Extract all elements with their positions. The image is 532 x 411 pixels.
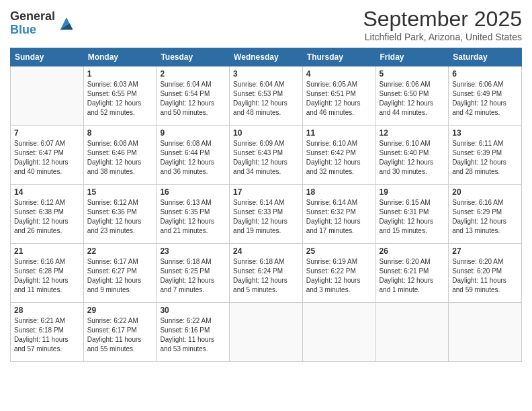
day-info: Sunrise: 6:12 AMSunset: 6:36 PMDaylight:… [87, 198, 153, 236]
day-number: 29 [87, 306, 153, 315]
calendar-cell: 5Sunrise: 6:06 AMSunset: 6:50 PMDaylight… [375, 66, 449, 126]
day-info: Sunrise: 6:21 AMSunset: 6:18 PMDaylight:… [14, 316, 80, 354]
week-row-5: 28Sunrise: 6:21 AMSunset: 6:18 PMDayligh… [11, 303, 522, 362]
calendar-cell: 9Sunrise: 6:08 AMSunset: 6:44 PMDaylight… [157, 126, 230, 185]
calendar-cell: 21Sunrise: 6:16 AMSunset: 6:28 PMDayligh… [11, 244, 84, 303]
calendar-cell [302, 303, 375, 362]
day-info: Sunrise: 6:19 AMSunset: 6:22 PMDaylight:… [306, 257, 372, 295]
day-number: 22 [87, 246, 153, 256]
calendar-cell: 18Sunrise: 6:14 AMSunset: 6:32 PMDayligh… [302, 185, 375, 244]
day-info: Sunrise: 6:14 AMSunset: 6:33 PMDaylight:… [233, 198, 299, 236]
calendar-cell: 30Sunrise: 6:22 AMSunset: 6:16 PMDayligh… [157, 303, 230, 362]
day-number: 5 [380, 69, 445, 79]
day-header-saturday: Saturday [449, 48, 522, 66]
day-info: Sunrise: 6:11 AMSunset: 6:39 PMDaylight:… [452, 139, 518, 177]
calendar-cell: 13Sunrise: 6:11 AMSunset: 6:39 PMDayligh… [449, 126, 522, 185]
day-info: Sunrise: 6:14 AMSunset: 6:32 PMDaylight:… [306, 198, 372, 236]
calendar-cell: 11Sunrise: 6:10 AMSunset: 6:42 PMDayligh… [302, 126, 375, 185]
day-number: 7 [14, 128, 80, 138]
calendar-cell: 3Sunrise: 6:04 AMSunset: 6:53 PMDaylight… [230, 66, 303, 126]
day-number: 28 [14, 306, 80, 315]
title-area: September 2025 Litchfield Park, Arizona,… [363, 7, 522, 42]
day-info: Sunrise: 6:18 AMSunset: 6:25 PMDaylight:… [160, 257, 226, 295]
calendar-cell: 12Sunrise: 6:10 AMSunset: 6:40 PMDayligh… [375, 126, 449, 185]
calendar-cell: 8Sunrise: 6:08 AMSunset: 6:46 PMDaylight… [83, 126, 157, 185]
day-number: 27 [452, 246, 518, 256]
day-number: 16 [160, 187, 226, 197]
week-row-1: 1Sunrise: 6:03 AMSunset: 6:55 PMDaylight… [11, 66, 522, 126]
day-number: 25 [306, 246, 372, 256]
day-info: Sunrise: 6:15 AMSunset: 6:31 PMDaylight:… [380, 198, 445, 236]
day-number: 9 [160, 128, 226, 138]
calendar-cell: 2Sunrise: 6:04 AMSunset: 6:54 PMDaylight… [157, 66, 230, 126]
day-info: Sunrise: 6:22 AMSunset: 6:17 PMDaylight:… [87, 316, 153, 354]
day-info: Sunrise: 6:08 AMSunset: 6:44 PMDaylight:… [160, 139, 226, 177]
day-info: Sunrise: 6:03 AMSunset: 6:55 PMDaylight:… [87, 80, 153, 118]
calendar-cell [449, 303, 522, 362]
calendar-cell: 25Sunrise: 6:19 AMSunset: 6:22 PMDayligh… [302, 244, 375, 303]
day-info: Sunrise: 6:17 AMSunset: 6:27 PMDaylight:… [87, 257, 153, 295]
day-number: 4 [306, 69, 372, 79]
day-info: Sunrise: 6:13 AMSunset: 6:35 PMDaylight:… [160, 198, 226, 236]
calendar-cell: 19Sunrise: 6:15 AMSunset: 6:31 PMDayligh… [375, 185, 449, 244]
calendar-cell: 14Sunrise: 6:12 AMSunset: 6:38 PMDayligh… [11, 185, 84, 244]
day-header-wednesday: Wednesday [230, 48, 303, 66]
day-number: 10 [233, 128, 299, 138]
day-header-monday: Monday [83, 48, 157, 66]
calendar-cell [375, 303, 449, 362]
day-info: Sunrise: 6:10 AMSunset: 6:42 PMDaylight:… [306, 139, 372, 177]
calendar-cell: 29Sunrise: 6:22 AMSunset: 6:17 PMDayligh… [83, 303, 157, 362]
calendar-cell: 23Sunrise: 6:18 AMSunset: 6:25 PMDayligh… [157, 244, 230, 303]
day-number: 24 [233, 246, 299, 256]
day-number: 3 [233, 69, 299, 79]
calendar-cell: 4Sunrise: 6:05 AMSunset: 6:51 PMDaylight… [302, 66, 375, 126]
week-row-3: 14Sunrise: 6:12 AMSunset: 6:38 PMDayligh… [11, 185, 522, 244]
day-number: 19 [380, 187, 445, 197]
day-number: 14 [14, 187, 80, 197]
day-number: 26 [380, 246, 445, 256]
day-header-friday: Friday [375, 48, 449, 66]
calendar-cell: 6Sunrise: 6:06 AMSunset: 6:49 PMDaylight… [449, 66, 522, 126]
day-header-thursday: Thursday [302, 48, 375, 66]
day-info: Sunrise: 6:10 AMSunset: 6:40 PMDaylight:… [380, 139, 445, 177]
logo-text: General Blue [10, 10, 55, 37]
calendar-cell: 27Sunrise: 6:20 AMSunset: 6:20 PMDayligh… [449, 244, 522, 303]
day-number: 2 [160, 69, 226, 79]
day-info: Sunrise: 6:16 AMSunset: 6:29 PMDaylight:… [452, 198, 518, 236]
day-header-tuesday: Tuesday [157, 48, 230, 66]
calendar-cell: 24Sunrise: 6:18 AMSunset: 6:24 PMDayligh… [230, 244, 303, 303]
calendar-cell: 7Sunrise: 6:07 AMSunset: 6:47 PMDaylight… [11, 126, 84, 185]
day-number: 23 [160, 246, 226, 256]
day-info: Sunrise: 6:16 AMSunset: 6:28 PMDaylight:… [14, 257, 80, 295]
calendar-cell: 26Sunrise: 6:20 AMSunset: 6:21 PMDayligh… [375, 244, 449, 303]
calendar-table: SundayMondayTuesdayWednesdayThursdayFrid… [10, 48, 522, 362]
calendar-cell: 10Sunrise: 6:09 AMSunset: 6:43 PMDayligh… [230, 126, 303, 185]
day-number: 18 [306, 187, 372, 197]
day-number: 17 [233, 187, 299, 197]
day-number: 11 [306, 128, 372, 138]
day-info: Sunrise: 6:04 AMSunset: 6:53 PMDaylight:… [233, 80, 299, 118]
calendar-cell: 20Sunrise: 6:16 AMSunset: 6:29 PMDayligh… [449, 185, 522, 244]
day-number: 20 [452, 187, 518, 197]
day-number: 12 [380, 128, 445, 138]
location: Litchfield Park, Arizona, United States [363, 32, 522, 42]
day-info: Sunrise: 6:18 AMSunset: 6:24 PMDaylight:… [233, 257, 299, 295]
day-info: Sunrise: 6:20 AMSunset: 6:21 PMDaylight:… [380, 257, 445, 295]
logo: General Blue [10, 10, 76, 37]
day-info: Sunrise: 6:20 AMSunset: 6:20 PMDaylight:… [452, 257, 518, 295]
day-info: Sunrise: 6:12 AMSunset: 6:38 PMDaylight:… [14, 198, 80, 236]
calendar-cell: 1Sunrise: 6:03 AMSunset: 6:55 PMDaylight… [83, 66, 157, 126]
day-info: Sunrise: 6:22 AMSunset: 6:16 PMDaylight:… [160, 316, 226, 354]
day-number: 1 [87, 69, 153, 79]
day-number: 30 [160, 306, 226, 315]
header: General Blue September 2025 Litchfield P… [10, 7, 522, 42]
week-row-2: 7Sunrise: 6:07 AMSunset: 6:47 PMDaylight… [11, 126, 522, 185]
day-info: Sunrise: 6:07 AMSunset: 6:47 PMDaylight:… [14, 139, 80, 177]
day-info: Sunrise: 6:06 AMSunset: 6:50 PMDaylight:… [380, 80, 445, 118]
days-header-row: SundayMondayTuesdayWednesdayThursdayFrid… [11, 48, 522, 66]
day-info: Sunrise: 6:09 AMSunset: 6:43 PMDaylight:… [233, 139, 299, 177]
week-row-4: 21Sunrise: 6:16 AMSunset: 6:28 PMDayligh… [11, 244, 522, 303]
calendar-cell: 15Sunrise: 6:12 AMSunset: 6:36 PMDayligh… [83, 185, 157, 244]
calendar-cell [11, 66, 84, 126]
day-number: 6 [452, 69, 518, 79]
